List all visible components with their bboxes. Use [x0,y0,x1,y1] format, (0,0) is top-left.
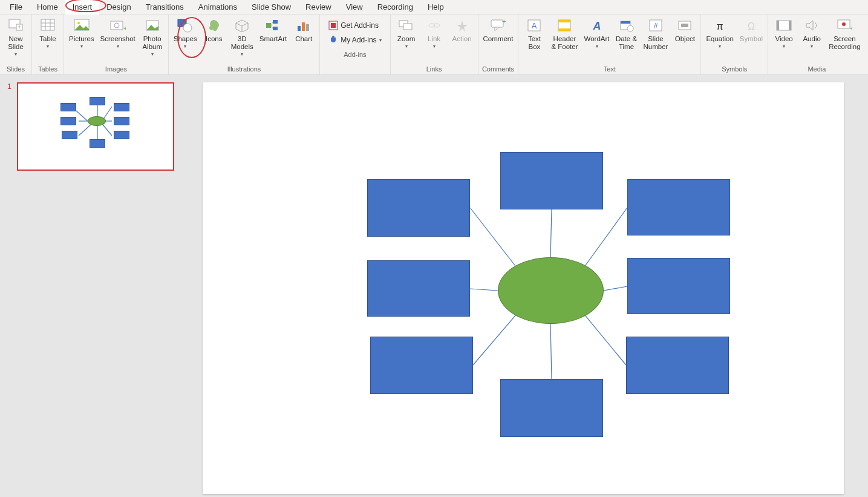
svg-text:#: # [654,22,658,30]
tab-animations[interactable]: Animations [191,0,244,15]
slide-number-label: Slide Number [644,35,668,51]
tab-view[interactable]: View [339,0,370,15]
chart-button[interactable]: Chart [290,16,317,44]
tab-review[interactable]: Review [298,0,339,15]
zoom-label: Zoom [397,35,415,43]
audio-icon [803,17,820,34]
svg-rect-19 [273,20,278,24]
svg-marker-33 [457,21,468,31]
tab-slide-show[interactable]: Slide Show [244,0,298,15]
thumb-rect [114,103,129,111]
group-label-addins: Add-ins [322,50,387,60]
group-label-links: Links [393,64,475,74]
text-box-button[interactable]: A Text Box [521,16,547,52]
group-label-illustrations: Illustrations [171,64,317,74]
tab-design[interactable]: Design [99,0,138,15]
tab-help[interactable]: Help [420,0,451,15]
wordart-button[interactable]: A WordArt ▾ [582,16,612,50]
svg-line-72 [550,324,552,379]
tab-recording[interactable]: Recording [370,0,420,15]
action-button: Action [449,16,475,44]
new-slide-icon: + [7,17,24,34]
smartart-button[interactable]: SmartArt [257,16,289,44]
object-button[interactable]: Object [671,16,698,44]
dropdown-caret: ▾ [47,44,49,49]
icons-button[interactable]: Icons [201,16,227,44]
header-footer-icon [556,17,573,34]
slide-thumbnail-1[interactable] [17,82,174,171]
date-time-label: Date & Time [616,35,637,51]
tab-file[interactable]: File [2,0,30,15]
screenshot-button[interactable]: + Screenshot ▾ [98,16,138,50]
slide-number-button[interactable]: # Slide Number [641,16,671,52]
chart-icon [295,17,312,34]
comment-icon: + [489,17,506,34]
tab-home[interactable]: Home [30,0,65,15]
3d-models-label: 3D Models [231,35,253,51]
group-label-images: Images [67,64,166,74]
diagram-center-ellipse[interactable] [498,257,604,324]
photo-album-button[interactable]: Photo Album ▾ [139,16,166,59]
shapes-icon [177,17,194,34]
table-button[interactable]: Table ▾ [34,16,61,50]
diagram-rect-8[interactable] [367,260,470,317]
thumb-rect [90,139,105,148]
screenshot-label: Screenshot [100,35,135,43]
pictures-button[interactable]: Pictures ▾ [67,16,97,50]
text-box-label: Text Box [528,35,541,51]
3d-models-button[interactable]: 3D Models ▾ [229,16,256,59]
dropdown-caret: ▾ [151,51,154,57]
my-addins-label: My Add-ins [341,36,376,44]
svg-marker-55 [806,21,813,30]
shapes-button[interactable]: Shapes ▾ [171,16,200,50]
slide-canvas[interactable] [203,82,844,494]
svg-rect-34 [491,20,503,27]
new-slide-button[interactable]: + New Slide ▾ [2,16,29,59]
diagram-rect-7[interactable] [370,337,473,394]
tab-transitions[interactable]: Transitions [139,0,191,15]
comment-button[interactable]: + Comment [481,16,516,44]
svg-line-70 [604,286,627,291]
diagram-rect-5[interactable] [626,337,729,394]
dropdown-caret: ▾ [379,38,382,43]
date-time-button[interactable]: Date & Time [613,16,640,52]
group-label-tables: Tables [34,64,61,74]
tab-insert[interactable]: Insert [65,0,100,15]
thumb-ellipse [88,116,106,126]
action-label: Action [452,35,472,43]
get-addins-button[interactable]: Get Add-ins [326,19,383,31]
screen-recording-button[interactable]: + Screen Recording [826,16,863,52]
ribbon: + New Slide ▾ Slides Table ▾ Tables Pict… [0,15,868,75]
group-label-symbols: Symbols [703,64,765,74]
3d-models-icon [233,17,250,34]
group-symbols: π Equation ▾ Ω Symbol Symbols [701,15,768,74]
diagram-rect-2[interactable] [500,152,603,209]
svg-text:A: A [532,21,537,30]
new-slide-label: New Slide [8,35,24,51]
diagram-rect-4[interactable] [627,258,730,314]
svg-text:Ω: Ω [748,21,755,31]
equation-button[interactable]: π Equation ▾ [703,16,736,50]
audio-button[interactable]: Audio ▾ [798,16,825,50]
wordart-label: WordArt [584,35,610,43]
video-button[interactable]: Video ▾ [771,16,797,50]
zoom-button[interactable]: Zoom ▾ [393,16,420,50]
svg-line-74 [470,289,498,291]
svg-rect-40 [558,20,570,22]
my-addins-button[interactable]: My Add-ins ▾ [326,34,383,46]
header-footer-button[interactable]: Header & Footer [549,16,580,52]
diagram-rect-6[interactable] [500,379,603,437]
video-icon [775,17,792,34]
link-icon [426,17,443,34]
svg-rect-41 [558,28,570,31]
link-button: Link ▾ [421,16,448,50]
diagram-rect-3[interactable] [627,179,730,235]
photo-album-label: Photo Album [142,35,162,51]
svg-rect-27 [331,23,336,28]
diagram-rect-1[interactable] [367,179,470,237]
audio-label: Audio [803,35,820,43]
screen-recording-label: Screen Recording [829,35,860,51]
screenshot-icon: + [109,17,126,34]
dropdown-caret: ▾ [596,44,598,49]
thumb-rect [114,131,129,139]
